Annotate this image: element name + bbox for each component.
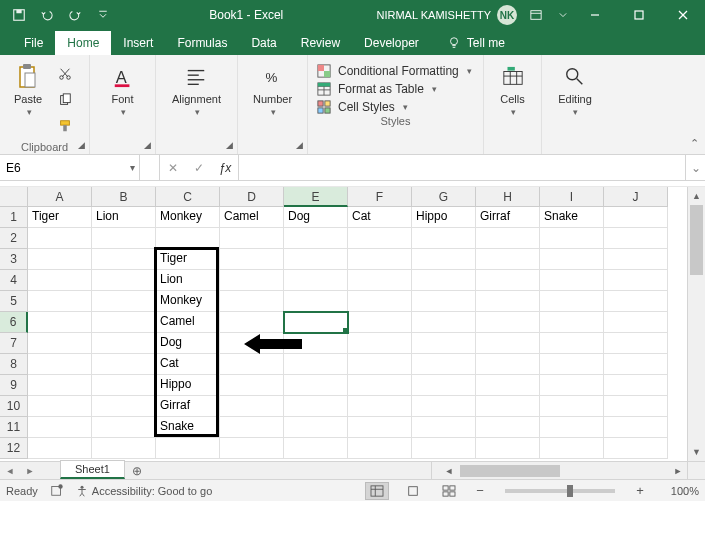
cell-A4[interactable] — [28, 270, 92, 291]
cells-grid[interactable]: TigerLionMonkeyCamelDogCatHippoGirrafSna… — [28, 207, 687, 461]
cell-J10[interactable] — [604, 396, 668, 417]
row-header-9[interactable]: 9 — [0, 375, 28, 396]
cell-G1[interactable]: Hippo — [412, 207, 476, 228]
sheet-tab-sheet1[interactable]: Sheet1 — [60, 460, 125, 479]
cell-I7[interactable] — [540, 333, 604, 354]
cell-I5[interactable] — [540, 291, 604, 312]
cell-D4[interactable] — [220, 270, 284, 291]
row-header-7[interactable]: 7 — [0, 333, 28, 354]
zoom-slider-thumb[interactable] — [567, 485, 573, 497]
format-painter-button[interactable] — [54, 115, 76, 137]
zoom-in-button[interactable]: + — [633, 483, 647, 498]
cell-I12[interactable] — [540, 438, 604, 459]
zoom-level[interactable]: 100% — [659, 485, 699, 497]
copy-button[interactable] — [54, 89, 76, 111]
cell-C8[interactable]: Cat — [156, 354, 220, 375]
chevron-down-icon[interactable]: ▾ — [130, 162, 135, 173]
cell-E4[interactable] — [284, 270, 348, 291]
scroll-left-button[interactable]: ◄ — [440, 466, 458, 476]
cell-D11[interactable] — [220, 417, 284, 438]
cell-D8[interactable] — [220, 354, 284, 375]
cell-D1[interactable]: Camel — [220, 207, 284, 228]
cell-F7[interactable] — [348, 333, 412, 354]
cell-E3[interactable] — [284, 249, 348, 270]
formula-input[interactable] — [245, 161, 679, 175]
name-box-input[interactable] — [6, 161, 133, 175]
ribbon-display-options-button[interactable] — [521, 0, 551, 30]
cell-J8[interactable] — [604, 354, 668, 375]
column-header-C[interactable]: C — [156, 187, 220, 207]
cell-F4[interactable] — [348, 270, 412, 291]
cell-G6[interactable] — [412, 312, 476, 333]
cell-G3[interactable] — [412, 249, 476, 270]
cell-H8[interactable] — [476, 354, 540, 375]
horizontal-scroll-thumb[interactable] — [460, 465, 560, 477]
page-break-view-button[interactable] — [437, 482, 461, 500]
insert-function-button[interactable]: ƒx — [212, 161, 238, 175]
row-header-5[interactable]: 5 — [0, 291, 28, 312]
qat-customize-button[interactable] — [90, 4, 116, 26]
enter-formula-button[interactable]: ✓ — [186, 161, 212, 175]
cell-I10[interactable] — [540, 396, 604, 417]
scroll-right-button[interactable]: ► — [669, 466, 687, 476]
cell-A3[interactable] — [28, 249, 92, 270]
cell-C9[interactable]: Hippo — [156, 375, 220, 396]
row-header-6[interactable]: 6 — [0, 312, 28, 333]
cell-G5[interactable] — [412, 291, 476, 312]
cell-A2[interactable] — [28, 228, 92, 249]
cell-A6[interactable] — [28, 312, 92, 333]
cell-C12[interactable] — [156, 438, 220, 459]
cell-B8[interactable] — [92, 354, 156, 375]
cell-E8[interactable] — [284, 354, 348, 375]
cell-J5[interactable] — [604, 291, 668, 312]
cell-B6[interactable] — [92, 312, 156, 333]
tab-insert[interactable]: Insert — [111, 31, 165, 55]
column-header-A[interactable]: A — [28, 187, 92, 207]
cell-H9[interactable] — [476, 375, 540, 396]
cell-D9[interactable] — [220, 375, 284, 396]
cell-B9[interactable] — [92, 375, 156, 396]
cell-J9[interactable] — [604, 375, 668, 396]
sheet-nav-next[interactable]: ► — [20, 462, 40, 479]
row-header-10[interactable]: 10 — [0, 396, 28, 417]
cell-C1[interactable]: Monkey — [156, 207, 220, 228]
cell-A9[interactable] — [28, 375, 92, 396]
cell-F5[interactable] — [348, 291, 412, 312]
accessibility-status[interactable]: Accessibility: Good to go — [76, 485, 212, 497]
cell-H10[interactable] — [476, 396, 540, 417]
cell-C6[interactable]: Camel — [156, 312, 220, 333]
cell-D2[interactable] — [220, 228, 284, 249]
cell-B11[interactable] — [92, 417, 156, 438]
column-header-H[interactable]: H — [476, 187, 540, 207]
paste-button[interactable]: Paste ▾ — [8, 59, 48, 121]
cell-E12[interactable] — [284, 438, 348, 459]
cell-J12[interactable] — [604, 438, 668, 459]
clipboard-launcher[interactable]: ◢ — [78, 140, 85, 150]
cell-F8[interactable] — [348, 354, 412, 375]
row-header-4[interactable]: 4 — [0, 270, 28, 291]
tab-home[interactable]: Home — [55, 31, 111, 55]
cell-G12[interactable] — [412, 438, 476, 459]
zoom-out-button[interactable]: − — [473, 483, 487, 498]
new-sheet-button[interactable]: ⊕ — [125, 462, 149, 479]
cell-E2[interactable] — [284, 228, 348, 249]
cell-B3[interactable] — [92, 249, 156, 270]
cell-B4[interactable] — [92, 270, 156, 291]
cell-E10[interactable] — [284, 396, 348, 417]
cell-E1[interactable]: Dog — [284, 207, 348, 228]
tell-me-search[interactable]: Tell me — [439, 31, 513, 55]
cell-F3[interactable] — [348, 249, 412, 270]
cell-F9[interactable] — [348, 375, 412, 396]
font-button[interactable]: A Font ▾ — [103, 59, 143, 121]
tab-formulas[interactable]: Formulas — [165, 31, 239, 55]
cell-A5[interactable] — [28, 291, 92, 312]
column-header-D[interactable]: D — [220, 187, 284, 207]
number-button[interactable]: % Number ▾ — [247, 59, 298, 121]
column-header-F[interactable]: F — [348, 187, 412, 207]
cell-C4[interactable]: Lion — [156, 270, 220, 291]
scroll-down-button[interactable]: ▼ — [688, 443, 705, 461]
cell-D5[interactable] — [220, 291, 284, 312]
cell-I9[interactable] — [540, 375, 604, 396]
cell-B12[interactable] — [92, 438, 156, 459]
cell-B2[interactable] — [92, 228, 156, 249]
